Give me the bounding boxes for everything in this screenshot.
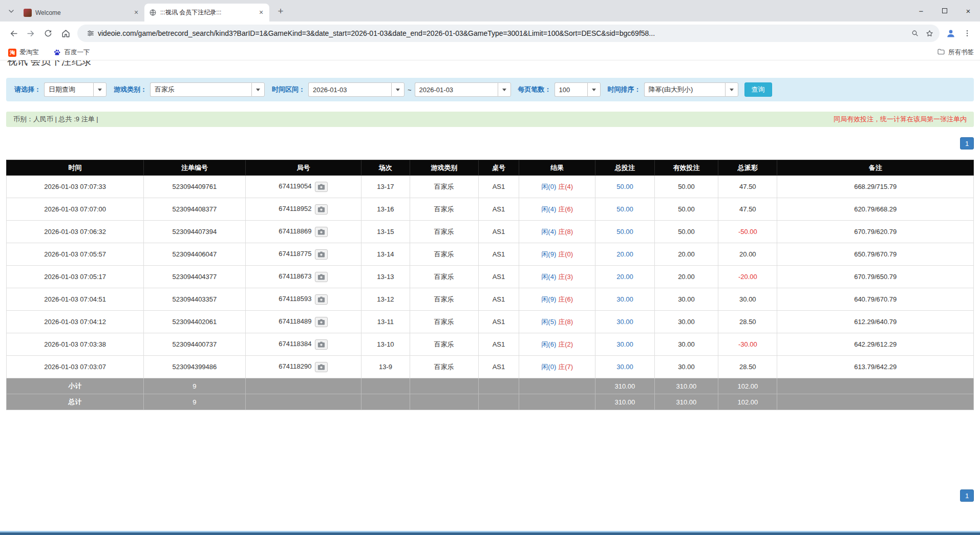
cell-payout: 20.00	[718, 243, 777, 266]
tab-welcome[interactable]: Welcome ×	[19, 4, 144, 22]
cell-note: 670.79/650.79	[777, 266, 974, 288]
close-tab-icon[interactable]: ×	[257, 9, 265, 17]
query-type-dropdown-button[interactable]	[93, 82, 106, 97]
page-1-button[interactable]: 1	[960, 489, 974, 502]
empty-cell	[410, 378, 478, 394]
total-bet-link[interactable]: 30.00	[616, 363, 633, 371]
profile-avatar[interactable]	[943, 25, 959, 41]
cell-bet-id: 523094400737	[144, 333, 245, 356]
total-bet-link[interactable]: 20.00	[616, 273, 633, 281]
person-icon	[946, 28, 956, 38]
baidu-paw-icon	[53, 49, 61, 57]
view-video-button[interactable]	[315, 182, 328, 192]
forward-button[interactable]	[22, 25, 39, 42]
page-1-button[interactable]: 1	[960, 137, 974, 149]
cell-payout: 47.50	[718, 198, 777, 221]
sort-order-dropdown-button[interactable]	[725, 82, 738, 97]
bookmark-baidu[interactable]: 百度一下	[51, 47, 92, 58]
maximize-button[interactable]	[933, 0, 956, 22]
view-video-button[interactable]	[315, 227, 328, 237]
new-tab-button[interactable]: +	[273, 4, 288, 18]
empty-cell	[519, 394, 595, 410]
sort-order-input[interactable]	[644, 82, 725, 97]
page-title: 视讯 会员下注纪录	[7, 60, 973, 68]
cell-bet-id: 523094409761	[144, 176, 245, 198]
cell-total-bet: 30.00	[595, 288, 654, 311]
view-video-button[interactable]	[315, 294, 328, 305]
table-header-row: 时间注单编号局号场次游戏类别桌号结果总投注有效投注总派彩备注	[7, 160, 974, 176]
view-video-button[interactable]	[315, 272, 328, 282]
url-text[interactable]: videoie.com/game/betrecord_search/kind3?…	[98, 29, 908, 37]
cell-session: 13-12	[361, 288, 410, 311]
total-bet-link[interactable]: 50.00	[616, 228, 633, 236]
table-row: 2026-01-03 07:07:00 523094408377 6741189…	[7, 198, 974, 221]
view-video-button[interactable]	[315, 317, 328, 327]
view-video-button[interactable]	[315, 204, 328, 215]
filter-bar: 请选择： 游戏类别： 时间区间： ~ 每页笔数：	[6, 78, 974, 101]
back-button[interactable]	[5, 25, 22, 42]
game-type-dropdown-button[interactable]	[251, 82, 265, 97]
page-size-dropdown-button[interactable]	[587, 82, 601, 97]
date-range-label: 时间区间：	[272, 85, 305, 94]
close-window-button[interactable]: ×	[956, 0, 980, 22]
taobao-icon: 淘	[8, 49, 16, 57]
page-footer-bar	[0, 531, 980, 535]
tab-betrecord[interactable]: :::视讯 会员下注纪录::: ×	[144, 4, 269, 22]
all-bookmarks-button[interactable]: 所有书签	[937, 48, 974, 57]
zoom-icon[interactable]	[908, 26, 922, 40]
cell-payout: 28.50	[718, 311, 777, 333]
view-video-button[interactable]	[315, 362, 328, 372]
date-start-dropdown-button[interactable]	[391, 82, 404, 97]
table-footer: 小计 9 310.00 310.00 102.00 总计 9	[7, 378, 974, 410]
search-button[interactable]: 查询	[744, 82, 772, 97]
date-end-dropdown-button[interactable]	[498, 82, 511, 97]
cell-result: 闲(4)庄(3)	[519, 266, 595, 288]
column-header: 局号	[245, 160, 361, 176]
cell-valid-bet: 30.00	[654, 356, 718, 378]
forward-arrow-icon	[26, 29, 36, 38]
cell-note: 670.79/620.79	[777, 221, 974, 243]
total-bet-link[interactable]: 30.00	[616, 340, 633, 348]
cell-note: 613.79/642.29	[777, 356, 974, 378]
cell-table-number: AS1	[478, 311, 519, 333]
site-info-icon[interactable]	[83, 26, 98, 40]
date-end-input[interactable]	[415, 82, 498, 97]
close-tab-icon[interactable]: ×	[132, 9, 140, 17]
view-video-button[interactable]	[315, 339, 328, 350]
total-payout: 102.00	[718, 394, 777, 410]
menu-kebab-icon[interactable]	[959, 25, 975, 41]
subtotal-label: 小计	[7, 378, 144, 394]
address-bar[interactable]: videoie.com/game/betrecord_search/kind3?…	[77, 25, 940, 42]
page-size-input[interactable]	[555, 82, 587, 97]
round-number: 674118673	[279, 272, 311, 280]
game-type-input[interactable]	[150, 82, 251, 97]
total-bet-link[interactable]: 50.00	[616, 183, 633, 190]
subtotal-row: 小计 9 310.00 310.00 102.00	[7, 378, 974, 394]
bookmark-aitaobao[interactable]: 淘 爱淘宝	[6, 47, 41, 58]
bookmark-star-icon[interactable]	[922, 26, 936, 40]
query-type-input[interactable]	[44, 82, 93, 97]
cell-round: 674118869	[245, 221, 361, 243]
date-range-separator: ~	[408, 86, 412, 94]
total-bet-link[interactable]: 50.00	[616, 205, 633, 213]
cell-session: 13-15	[361, 221, 410, 243]
result-player: 闲(4)	[541, 205, 556, 213]
cell-total-bet: 20.00	[595, 266, 654, 288]
view-video-button[interactable]	[315, 249, 328, 260]
sort-order-label: 时间排序：	[608, 85, 641, 94]
page-content: 视讯 会员下注纪录 请选择： 游戏类别： 时间区间： ~	[0, 60, 980, 535]
date-start-input[interactable]	[308, 82, 391, 97]
total-bet-link[interactable]: 20.00	[616, 250, 633, 258]
minimize-button[interactable]: −	[909, 0, 933, 22]
refresh-icon	[44, 29, 53, 38]
cell-table-number: AS1	[478, 243, 519, 266]
tab-search-button[interactable]	[4, 4, 18, 18]
home-button[interactable]	[57, 25, 74, 42]
cell-total-bet: 30.00	[595, 311, 654, 333]
total-bet-link[interactable]: 30.00	[616, 318, 633, 326]
cell-round: 674118952	[245, 198, 361, 221]
cell-bet-id: 523094402061	[144, 311, 245, 333]
total-bet-link[interactable]: 30.00	[616, 295, 633, 303]
refresh-button[interactable]	[39, 25, 57, 42]
table-row: 2026-01-03 07:07:33 523094409761 6741190…	[7, 176, 974, 198]
